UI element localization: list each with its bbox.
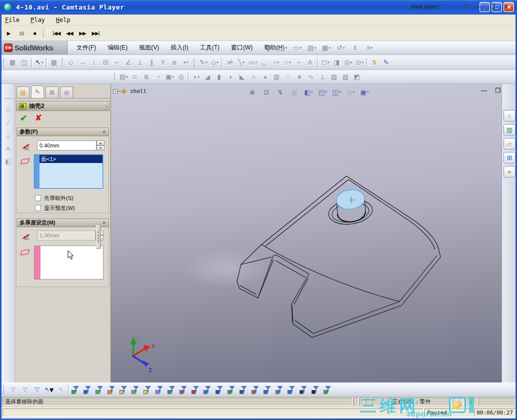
tab-third-party[interactable]: ◎: [60, 86, 73, 98]
filter-dowel-pins-icon[interactable]: [322, 384, 334, 395]
filter-axes-icon[interactable]: [130, 384, 142, 395]
help-button[interactable]: ?: [461, 3, 471, 10]
file-explorer-icon[interactable]: ▱: [504, 138, 516, 150]
fix-relation-icon[interactable]: ⌀: [169, 56, 180, 68]
feature-help-button[interactable]: ?: [103, 102, 106, 110]
vertical-relation-icon[interactable]: Y: [158, 56, 169, 68]
shell-outward-checkbox[interactable]: [35, 195, 41, 201]
perpendicular-relation-icon[interactable]: ⊥: [134, 56, 146, 68]
section-view-icon[interactable]: ◧▾: [303, 87, 314, 97]
dome-icon[interactable]: ∩: [248, 71, 260, 82]
panel-splitter-handle[interactable]: [96, 224, 101, 249]
shell-feature-icon[interactable]: ◖: [225, 71, 236, 82]
tree-expand-button[interactable]: +: [113, 89, 118, 94]
menu-item[interactable]: Help: [56, 16, 70, 24]
hole-wizard-icon[interactable]: ◎: [176, 71, 187, 82]
filter-sketch-points-icon[interactable]: [154, 384, 166, 395]
extruded-cut-icon[interactable]: ▣▾: [164, 71, 176, 82]
view-orientation-icon[interactable]: ◰▾: [317, 87, 328, 97]
swept-boss-icon[interactable]: ⋐: [141, 71, 152, 82]
tab-property-manager[interactable]: ✎: [31, 86, 44, 98]
solidworks-menu-item[interactable]: 窗口(W): [231, 44, 252, 52]
3d-sketch-icon[interactable]: ✎: [380, 56, 392, 68]
invert-selection-icon[interactable]: ↖: [55, 384, 67, 395]
sw-minimize-button[interactable]: —: [474, 3, 484, 10]
show-preview-checkbox[interactable]: [35, 205, 41, 211]
filter-notes-icon[interactable]: [238, 384, 250, 395]
convert-entities-icon[interactable]: ◨: [331, 56, 342, 68]
play-button[interactable]: ▶: [2, 27, 15, 39]
grid-icon[interactable]: ▦: [48, 56, 60, 68]
revolved-boss-icon[interactable]: ⊂: [130, 71, 141, 82]
multi-thickness-faces-listbox[interactable]: [34, 246, 104, 280]
sw-close-button[interactable]: ✕: [501, 3, 511, 10]
curve-icon[interactable]: ∿: [306, 71, 317, 82]
sheet-metal-icon[interactable]: ▧: [340, 71, 352, 82]
clear-filter-icon[interactable]: ▽: [7, 384, 19, 395]
filter-planes-icon[interactable]: [142, 384, 154, 395]
ok-button[interactable]: ✔: [20, 113, 27, 124]
view-settings-icon[interactable]: ↯: [275, 87, 286, 97]
properties-icon[interactable]: ≡▾: [364, 42, 376, 54]
cancel-button[interactable]: ✘: [35, 113, 42, 124]
smart-dimension-icon[interactable]: ◇: [66, 56, 77, 68]
filter-surface-finish-icon[interactable]: [298, 384, 310, 395]
attachment-icon[interactable]: ǁ: [350, 42, 361, 54]
rewind-button[interactable]: ◀◀: [63, 27, 76, 39]
new-document-icon[interactable]: ▢▾: [277, 42, 288, 54]
filter-center-marks-icon[interactable]: [190, 384, 202, 395]
mirror-entities-icon[interactable]: ⊙▾: [354, 56, 366, 68]
spin-up-button[interactable]: ▲: [96, 140, 104, 146]
line-icon[interactable]: ╲▾: [236, 56, 247, 68]
window-split-icon[interactable]: ▦: [7, 56, 18, 68]
solidworks-menu-item[interactable]: 插入(I): [170, 44, 188, 52]
filter-balloons-icon[interactable]: [250, 384, 262, 395]
coordinate-system-icon[interactable]: ⊥: [2, 130, 14, 141]
skip-to-start-button[interactable]: |◀◀: [50, 27, 63, 39]
reference-axis-icon[interactable]: ∕: [2, 117, 14, 128]
select-arrow-icon[interactable]: ↖▾: [34, 56, 45, 68]
draft-icon[interactable]: ◣: [236, 71, 248, 82]
quick-snaps-icon[interactable]: ↯: [369, 56, 380, 68]
menu-item[interactable]: File: [5, 16, 20, 24]
surfaces-icon[interactable]: ◩: [352, 71, 363, 82]
design-library-icon[interactable]: ▥: [504, 124, 516, 136]
chamfer-dimension-icon[interactable]: ∠: [123, 56, 134, 68]
rectangle-icon[interactable]: ▭▾: [247, 56, 258, 68]
rib-icon[interactable]: ▮: [214, 71, 225, 82]
viewport-minimize-button[interactable]: —: [479, 87, 489, 94]
select-tool-icon[interactable]: ↖▾: [43, 384, 55, 395]
text-icon[interactable]: A: [304, 56, 316, 68]
shape-icon[interactable]: ◕: [260, 71, 271, 82]
pause-button[interactable]: ▮▮: [15, 27, 28, 39]
baseline-dimension-icon[interactable]: ⊟: [100, 56, 112, 68]
reference-point-icon[interactable]: ∗: [2, 143, 14, 154]
zoom-fit-icon[interactable]: ⊡: [261, 87, 272, 97]
sw-restore-button[interactable]: ❐: [488, 3, 498, 10]
chamfer-feature-icon[interactable]: ◢: [202, 71, 214, 82]
spline-icon[interactable]: ~: [293, 56, 304, 68]
filter-centerlines-icon[interactable]: [202, 384, 214, 395]
solidworks-menu-item[interactable]: 视图(V): [139, 44, 159, 52]
isometric-box-icon[interactable]: ◫: [18, 56, 30, 68]
solidworks-resources-icon[interactable]: ●: [504, 166, 516, 178]
parallel-relation-icon[interactable]: ∥: [146, 56, 158, 68]
filter-surface-bodies-icon[interactable]: [106, 384, 118, 395]
graphics-viewport[interactable]: X Y Z + ◈ shell ⊕⊡↯▦◧▾◰▾◫▾◍▾▣▾ — ❐ ✕ ⌂▥▱…: [111, 84, 517, 382]
stop-button[interactable]: ■: [28, 27, 41, 39]
box-3d-icon[interactable]: ◻▾: [320, 56, 331, 68]
filter-cosmetic-threads-icon[interactable]: [310, 384, 322, 395]
solidworks-menu-item[interactable]: 编辑(E): [108, 44, 128, 52]
filter-status-cell[interactable]: ▼: [464, 398, 478, 406]
circle-icon[interactable]: ○▾: [270, 56, 282, 68]
zoom-area-icon[interactable]: ⊕: [247, 87, 258, 97]
home-icon[interactable]: ⌂: [504, 110, 516, 122]
ordinate-dimension-icon[interactable]: ⌐: [112, 56, 123, 68]
filter-gtol-icon[interactable]: [274, 384, 286, 395]
solidworks-menu-item[interactable]: 文件(F): [76, 44, 96, 52]
filter-faces-icon[interactable]: [94, 384, 106, 395]
toggle-filter-icon[interactable]: ▽: [19, 384, 31, 395]
ruled-surface-icon[interactable]: ◧: [2, 156, 14, 167]
view-palette-icon[interactable]: ⊞: [504, 152, 516, 164]
filter-annotations-icon[interactable]: [226, 384, 238, 395]
